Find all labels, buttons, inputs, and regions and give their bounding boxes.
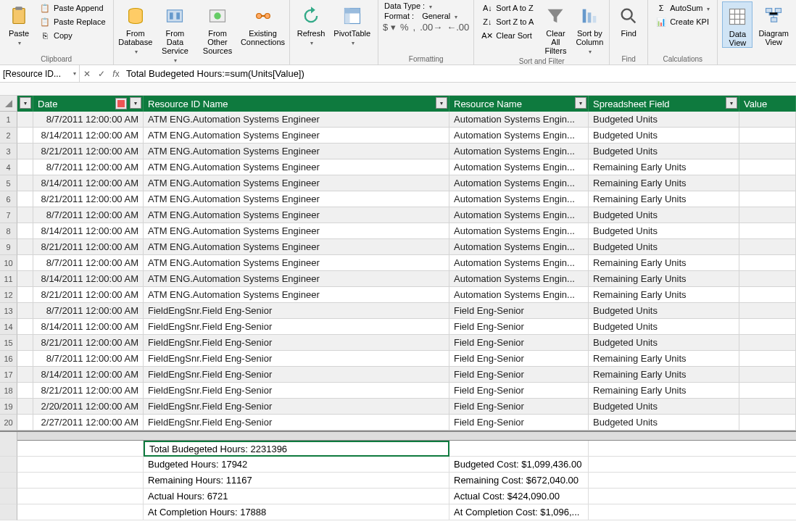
- row-header[interactable]: 4: [0, 159, 17, 175]
- cell-value[interactable]: [739, 399, 796, 415]
- cell-value[interactable]: [739, 144, 796, 159]
- clear-sort-button[interactable]: A✕Clear Sort: [478, 29, 536, 42]
- measure-remaining-cost[interactable]: Remaining Cost: $672,040.00: [449, 473, 589, 489]
- cell-resource-name[interactable]: Field Eng-Senior: [449, 303, 589, 319]
- row-checkbox-cell[interactable]: [17, 351, 33, 367]
- row-header[interactable]: 8: [0, 223, 17, 239]
- cell-value[interactable]: [739, 223, 796, 239]
- cell-spreadsheet-field[interactable]: Budgeted Units: [589, 335, 739, 351]
- cell-value[interactable]: [739, 175, 796, 191]
- cell-spreadsheet-field[interactable]: Remaining Early Units: [589, 351, 739, 367]
- measure-remaining-hours[interactable]: Remaining Hours: 11167: [144, 473, 449, 489]
- cell-resource-name[interactable]: Field Eng-Senior: [449, 383, 589, 399]
- row-checkbox-cell[interactable]: [17, 112, 33, 128]
- cell-spreadsheet-field[interactable]: Remaining Early Units: [589, 255, 739, 271]
- cell-value[interactable]: [739, 319, 796, 335]
- select-all-corner[interactable]: [0, 96, 17, 112]
- create-kpi-button[interactable]: 📊Create KPI: [652, 15, 713, 28]
- row-header[interactable]: 13: [0, 303, 17, 319]
- format-selector[interactable]: Format : General: [383, 12, 459, 20]
- sort-by-column-button[interactable]: Sort by Column: [575, 1, 605, 56]
- table-row[interactable]: 202/27/2011 12:00:00 AMFieldEngSnr.Field…: [0, 415, 796, 431]
- table-row[interactable]: 58/14/2011 12:00:00 AMATM ENG.Automation…: [0, 175, 796, 191]
- row-checkbox-cell[interactable]: [17, 335, 33, 351]
- filter-dropdown-icon[interactable]: ▾: [726, 97, 737, 109]
- percent-format-button[interactable]: %: [400, 22, 409, 33]
- table-row[interactable]: 68/21/2011 12:00:00 AMATM ENG.Automation…: [0, 191, 796, 207]
- cell-spreadsheet-field[interactable]: Remaining Early Units: [589, 159, 739, 175]
- cell-date[interactable]: 8/21/2011 12:00:00 AM: [33, 335, 144, 351]
- accept-formula-button[interactable]: ✓: [94, 69, 109, 79]
- filter-dropdown-icon[interactable]: ▾: [20, 97, 31, 109]
- row-header[interactable]: 7: [0, 207, 17, 223]
- cell-date[interactable]: 8/7/2011 12:00:00 AM: [33, 159, 144, 175]
- table-row[interactable]: 38/21/2011 12:00:00 AMATM ENG.Automation…: [0, 144, 796, 159]
- column-header-date[interactable]: Date▾: [33, 96, 144, 112]
- cell-resource-name[interactable]: Automation Systems Engin...: [449, 223, 589, 239]
- cell-value[interactable]: [739, 383, 796, 399]
- cell-resource-id-name[interactable]: FieldEngSnr.Field Eng-Senior: [144, 383, 449, 399]
- table-row[interactable]: 18/7/2011 12:00:00 AMATM ENG.Automation …: [0, 112, 796, 128]
- increase-decimal-button[interactable]: .00→: [420, 22, 442, 33]
- cell-resource-name[interactable]: Field Eng-Senior: [449, 351, 589, 367]
- row-header[interactable]: 2: [0, 128, 17, 144]
- row-checkbox-cell[interactable]: [17, 175, 33, 191]
- table-row[interactable]: 148/14/2011 12:00:00 AMFieldEngSnr.Field…: [0, 319, 796, 335]
- cell-date[interactable]: 8/21/2011 12:00:00 AM: [33, 144, 144, 159]
- name-box[interactable]: [Resource ID...▾: [0, 65, 80, 82]
- column-header-spreadsheet-field[interactable]: Spreadsheet Field▾: [589, 96, 739, 112]
- measure-actual-hours[interactable]: Actual Hours: 6721: [144, 489, 449, 504]
- pivot-table-button[interactable]: PivotTable: [331, 1, 373, 47]
- cell-value[interactable]: [739, 287, 796, 303]
- refresh-button[interactable]: Refresh: [294, 1, 328, 47]
- data-type-selector[interactable]: Data Type :: [383, 1, 434, 10]
- cell-date[interactable]: 8/14/2011 12:00:00 AM: [33, 319, 144, 335]
- row-checkbox-cell[interactable]: [17, 383, 33, 399]
- column-header-checkbox[interactable]: ▾: [17, 96, 33, 112]
- cell-value[interactable]: [739, 351, 796, 367]
- cell-date[interactable]: 8/7/2011 12:00:00 AM: [33, 351, 144, 367]
- cell-date[interactable]: 8/14/2011 12:00:00 AM: [33, 367, 144, 383]
- cell-spreadsheet-field[interactable]: Budgeted Units: [589, 303, 739, 319]
- cell-value[interactable]: [739, 367, 796, 383]
- cell-spreadsheet-field[interactable]: Budgeted Units: [589, 415, 739, 431]
- paste-replace-button[interactable]: 📋Paste Replace: [36, 15, 109, 28]
- cell-spreadsheet-field[interactable]: Budgeted Units: [589, 144, 739, 159]
- row-header[interactable]: 9: [0, 239, 17, 255]
- cell-resource-id-name[interactable]: ATM ENG.Automation Systems Engineer: [144, 191, 449, 207]
- row-header[interactable]: 15: [0, 335, 17, 351]
- measure-budgeted-cost[interactable]: Budgeted Cost: $1,099,436.00: [449, 457, 589, 473]
- row-checkbox-cell[interactable]: [17, 239, 33, 255]
- cell-spreadsheet-field[interactable]: Budgeted Units: [589, 399, 739, 415]
- cell-date[interactable]: 8/21/2011 12:00:00 AM: [33, 383, 144, 399]
- cell-spreadsheet-field[interactable]: Remaining Early Units: [589, 367, 739, 383]
- row-header[interactable]: 14: [0, 319, 17, 335]
- diagram-view-button[interactable]: Diagram View: [755, 1, 792, 46]
- cell-spreadsheet-field[interactable]: Budgeted Units: [589, 128, 739, 144]
- row-checkbox-cell[interactable]: [17, 415, 33, 431]
- cell-value[interactable]: [739, 303, 796, 319]
- cell-spreadsheet-field[interactable]: Budgeted Units: [589, 319, 739, 335]
- autosum-button[interactable]: ΣAutoSum: [652, 1, 713, 14]
- cell-resource-id-name[interactable]: ATM ENG.Automation Systems Engineer: [144, 271, 449, 287]
- row-checkbox-cell[interactable]: [17, 223, 33, 239]
- cell-resource-id-name[interactable]: ATM ENG.Automation Systems Engineer: [144, 239, 449, 255]
- row-header[interactable]: 20: [0, 415, 17, 431]
- cell-resource-id-name[interactable]: FieldEngSnr.Field Eng-Senior: [144, 399, 449, 415]
- cell-value[interactable]: [739, 335, 796, 351]
- table-row[interactable]: 158/21/2011 12:00:00 AMFieldEngSnr.Field…: [0, 335, 796, 351]
- table-row[interactable]: 128/21/2011 12:00:00 AMATM ENG.Automatio…: [0, 287, 796, 303]
- column-header-resource-id-name[interactable]: Resource ID Name▾: [144, 96, 449, 112]
- row-checkbox-cell[interactable]: [17, 255, 33, 271]
- measure-actual-cost[interactable]: Actual Cost: $424,090.00: [449, 489, 589, 504]
- row-checkbox-cell[interactable]: [17, 303, 33, 319]
- column-header-value[interactable]: Value: [739, 96, 796, 112]
- row-header[interactable]: 6: [0, 191, 17, 207]
- table-row[interactable]: 118/14/2011 12:00:00 AMATM ENG.Automatio…: [0, 271, 796, 287]
- from-data-service-button[interactable]: From Data Service: [156, 1, 194, 65]
- cancel-formula-button[interactable]: ✕: [80, 69, 94, 79]
- row-header[interactable]: 19: [0, 399, 17, 415]
- cell-value[interactable]: [739, 255, 796, 271]
- cell-value[interactable]: [739, 239, 796, 255]
- cell-resource-id-name[interactable]: FieldEngSnr.Field Eng-Senior: [144, 367, 449, 383]
